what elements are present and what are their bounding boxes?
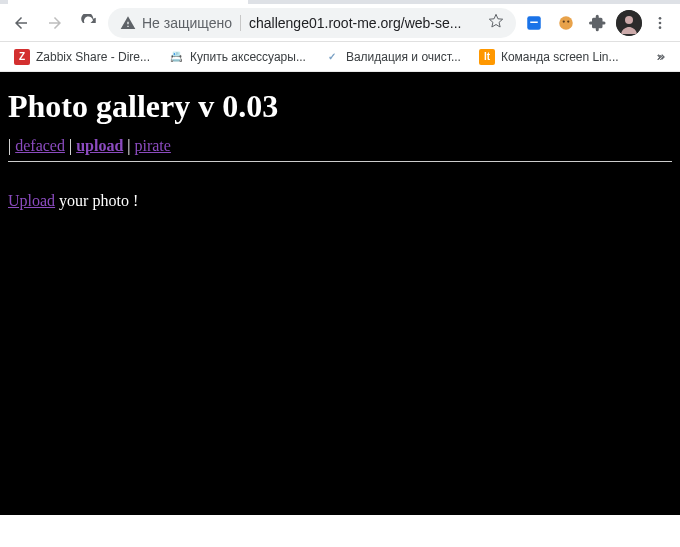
nav-link-pirate[interactable]: pirate [134, 137, 170, 154]
bookmark-favicon: 📇 [168, 49, 184, 65]
back-button[interactable] [6, 8, 36, 38]
bookmarks-overflow-button[interactable]: » [646, 43, 674, 71]
bookmark-favicon: Z [14, 49, 30, 65]
bookmark-favicon: ✓ [324, 49, 340, 65]
page-nav: | defaced | upload | pirate [8, 137, 672, 155]
url-text: challenge01.root-me.org/web-se... [249, 15, 480, 31]
page-heading: Photo gallery v 0.03 [8, 88, 672, 125]
security-label: Не защищено [142, 15, 232, 31]
security-chip[interactable]: Не защищено [120, 15, 232, 31]
svg-rect-3 [530, 21, 538, 23]
forward-button[interactable] [40, 8, 70, 38]
bookmark-label: Купить аксессуары... [190, 50, 306, 64]
page-content: Photo gallery v 0.03 | defaced | upload … [0, 72, 680, 515]
tab-strip: challenge01.root-me.org/web-se [0, 0, 680, 4]
extension-icon-2[interactable] [552, 9, 580, 37]
body-text: your photo ! [55, 192, 138, 209]
omnibox[interactable]: Не защищено challenge01.root-me.org/web-… [108, 8, 516, 38]
browser-tab[interactable]: challenge01.root-me.org/web-se [8, 0, 248, 4]
menu-button[interactable] [646, 9, 674, 37]
nav-link-defaced[interactable]: defaced [15, 137, 65, 154]
svg-point-9 [659, 17, 662, 20]
bookmark-label: Валидация и очист... [346, 50, 461, 64]
new-tab-button[interactable] [254, 0, 282, 2]
reload-button[interactable] [74, 8, 104, 38]
bookmark-item[interactable]: ltКоманда screen Lin... [471, 45, 627, 69]
svg-point-6 [567, 20, 569, 22]
extensions-button[interactable] [584, 9, 612, 37]
svg-point-4 [559, 16, 573, 30]
bookmark-item[interactable]: ZZabbix Share - Dire... [6, 45, 158, 69]
nav-link-upload[interactable]: upload [76, 137, 123, 154]
svg-point-10 [659, 21, 662, 24]
divider [240, 15, 241, 31]
upload-link[interactable]: Upload [8, 192, 55, 209]
toolbar: Не защищено challenge01.root-me.org/web-… [0, 4, 680, 42]
bookmark-label: Команда screen Lin... [501, 50, 619, 64]
svg-point-5 [563, 20, 565, 22]
svg-point-11 [659, 26, 662, 29]
bookmark-label: Zabbix Share - Dire... [36, 50, 150, 64]
bookmark-item[interactable]: 📇Купить аксессуары... [160, 45, 314, 69]
svg-point-8 [625, 16, 633, 24]
bookmark-favicon: lt [479, 49, 495, 65]
horizontal-rule [8, 161, 672, 162]
bookmarks-bar: ZZabbix Share - Dire...📇Купить аксессуар… [0, 42, 680, 72]
page-body: Upload your photo ! [8, 192, 672, 210]
avatar[interactable] [616, 10, 642, 36]
bookmark-star-icon[interactable] [488, 13, 504, 32]
bookmark-item[interactable]: ✓Валидация и очист... [316, 45, 469, 69]
extension-icon-1[interactable] [520, 9, 548, 37]
